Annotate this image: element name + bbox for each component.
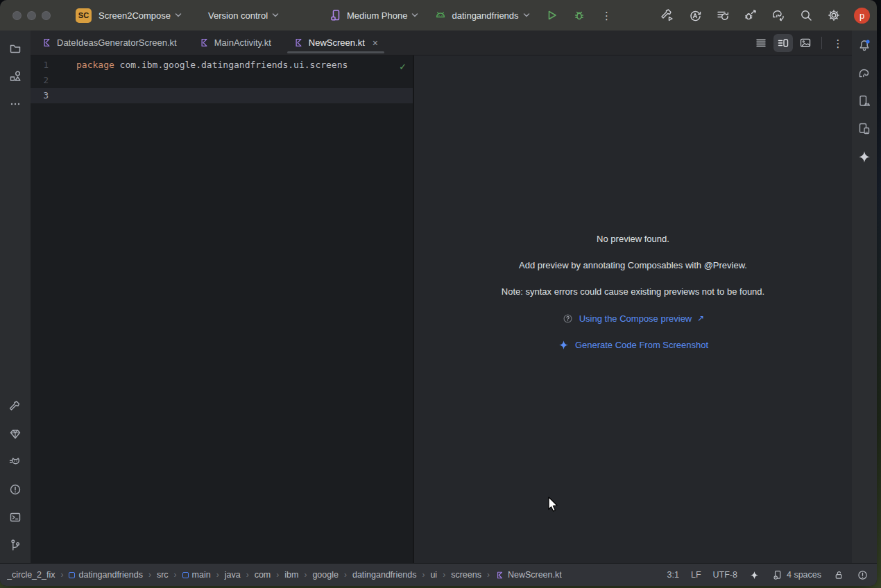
breadcrumb-separator: › [276,570,279,580]
split-view-icon [776,36,790,50]
logcat-tool-button[interactable] [5,452,26,472]
folder-icon [8,42,22,55]
apply-changes-icon [687,8,703,23]
apply-changes-button[interactable] [685,5,705,26]
breadcrumb-separator: › [60,570,63,580]
project-widget[interactable]: SC Screen2Compose [71,6,186,26]
gradle-sync-button[interactable] [768,5,789,26]
breadcrumb-item[interactable]: screens [451,570,481,580]
app-quality-insights-tool-button[interactable] [5,424,26,444]
breadcrumb-separator: › [443,570,445,580]
device-selector[interactable]: Medium Phone [325,6,422,25]
status-bar: _circle_2_fix › datingandfriends › src ›… [0,563,877,586]
breadcrumb-item[interactable]: _circle_2_fix [7,570,55,580]
right-tool-stripe [852,31,877,563]
device-manager-icon [857,94,872,109]
version-control-tool-button[interactable] [5,535,26,555]
gemini-tool-button[interactable] [854,147,875,166]
kebab-icon: ⋮ [601,10,612,21]
titlebar: SC Screen2Compose Version control Medium… [0,0,877,31]
keyword-token: package [76,60,114,70]
apply-code-changes-icon [715,8,730,23]
breadcrumb-separator: › [344,570,347,580]
preview-message-note: Note: syntax errors could cause existing… [502,285,764,299]
gear-icon [826,8,841,23]
breadcrumb-item[interactable]: java [225,570,241,580]
breadcrumb-item[interactable]: com [255,570,271,580]
running-devices-button[interactable] [854,119,875,139]
caret-position-widget[interactable]: 3:1 [667,570,679,580]
settings-button[interactable] [823,5,844,26]
line-number: 2 [31,73,49,88]
problems-tool-button[interactable] [5,480,26,499]
breadcrumb-item[interactable]: main [182,570,211,580]
terminal-icon [8,510,22,524]
ide-window: SC Screen2Compose Version control Medium… [0,0,877,586]
close-window-button[interactable] [12,11,22,20]
terminal-tool-button[interactable] [5,508,26,527]
breadcrumb-separator: › [174,570,177,580]
compose-preview-help-link[interactable]: Using the Compose preview ↗ [562,311,705,325]
running-devices-icon [857,121,872,137]
kotlin-file-icon [495,571,504,580]
gradle-tool-button[interactable] [854,64,875,83]
tab-dateideasgeneratorscreen[interactable]: DateIdeasGeneratorScreen.kt [31,31,188,55]
breadcrumb-item[interactable]: datingandfriends [352,570,416,580]
compose-preview-pane: No preview found. Add preview by annotat… [414,55,852,563]
line-separator-widget[interactable]: LF [691,570,701,580]
readonly-toggle[interactable] [833,569,845,581]
tab-newscreen[interactable]: NewScreen.kt × [282,31,389,55]
breadcrumb-item[interactable]: ibm [284,570,298,580]
line-number: 1 [31,58,49,73]
device-manager-button[interactable] [854,92,875,111]
editor-notifications-button[interactable] [857,569,869,581]
notifications-button[interactable] [854,36,875,55]
build-button[interactable] [657,5,678,26]
breadcrumb-item[interactable]: datingandfriends [69,570,142,580]
zoom-window-button[interactable] [42,11,51,20]
split-view-button[interactable] [773,34,793,52]
build-tool-button[interactable] [5,397,26,416]
attach-debugger-button[interactable] [740,5,761,26]
left-tool-stripe [0,31,31,563]
resource-manager-tool-button[interactable] [5,67,26,86]
generate-code-from-screenshot-link[interactable]: Generate Code From Screenshot [558,338,708,352]
editor-options-button[interactable]: ⋮ [828,34,848,52]
breadcrumb-item[interactable]: ui [430,570,437,580]
device-gear-icon [771,569,783,581]
inspection-ok-icon[interactable]: ✓ [400,60,406,73]
minimize-window-button[interactable] [27,11,36,20]
divider [821,37,822,49]
run-configuration-selector[interactable]: datingandfriends [429,6,533,25]
debug-button[interactable] [569,5,590,26]
version-control-widget[interactable]: Version control [204,8,283,24]
run-button[interactable] [541,5,562,26]
chevron-down-icon [411,12,418,18]
exclamation-circle-icon [8,483,22,496]
code-view-button[interactable] [751,34,771,52]
profile-avatar[interactable]: p [854,8,870,24]
tab-label: DateIdeasGeneratorScreen.kt [57,37,177,48]
help-link-label: Using the Compose preview [579,313,692,324]
project-tool-button[interactable] [5,39,26,58]
generate-link-label: Generate Code From Screenshot [575,340,708,350]
breadcrumb-item[interactable]: google [312,570,339,580]
close-tab-icon[interactable]: × [373,37,378,49]
gem-icon [8,427,22,441]
chevron-down-icon [523,12,530,18]
breadcrumb-item[interactable]: src [157,570,169,580]
more-run-options-button[interactable]: ⋮ [597,5,617,26]
indent-widget[interactable]: 4 spaces [771,569,821,581]
gemini-status-button[interactable] [749,570,760,580]
breadcrumb-item-file[interactable]: NewScreen.kt [495,570,562,580]
search-everywhere-button[interactable] [796,5,816,26]
kotlin-file-icon [293,37,304,48]
search-icon [798,8,814,23]
more-tool-windows-button[interactable] [5,94,26,114]
tab-mainactivity[interactable]: MainActivity.kt [188,31,282,55]
design-view-button[interactable] [796,34,815,52]
line-number: 3 [31,88,49,103]
encoding-widget[interactable]: UTF-8 [713,570,737,580]
code-editor[interactable]: 1 package com.ibm.google.datingandfriend… [31,55,414,563]
apply-code-changes-button[interactable] [712,5,733,26]
